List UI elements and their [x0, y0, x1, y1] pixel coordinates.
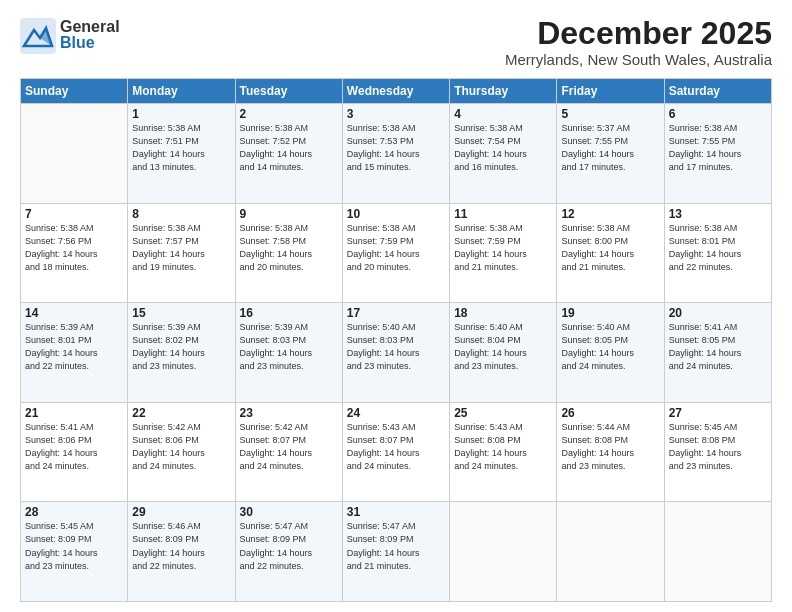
day-info: Sunrise: 5:41 AM Sunset: 8:05 PM Dayligh… — [669, 321, 767, 373]
day-number: 29 — [132, 505, 230, 519]
day-info: Sunrise: 5:38 AM Sunset: 7:59 PM Dayligh… — [454, 222, 552, 274]
day-info: Sunrise: 5:46 AM Sunset: 8:09 PM Dayligh… — [132, 520, 230, 572]
day-cell: 5Sunrise: 5:37 AM Sunset: 7:55 PM Daylig… — [557, 104, 664, 204]
day-number: 19 — [561, 306, 659, 320]
col-header-tuesday: Tuesday — [235, 79, 342, 104]
col-header-friday: Friday — [557, 79, 664, 104]
day-info: Sunrise: 5:43 AM Sunset: 8:07 PM Dayligh… — [347, 421, 445, 473]
day-info: Sunrise: 5:39 AM Sunset: 8:03 PM Dayligh… — [240, 321, 338, 373]
day-info: Sunrise: 5:37 AM Sunset: 7:55 PM Dayligh… — [561, 122, 659, 174]
day-number: 30 — [240, 505, 338, 519]
day-cell: 19Sunrise: 5:40 AM Sunset: 8:05 PM Dayli… — [557, 303, 664, 403]
day-number: 11 — [454, 207, 552, 221]
day-cell: 20Sunrise: 5:41 AM Sunset: 8:05 PM Dayli… — [664, 303, 771, 403]
day-info: Sunrise: 5:38 AM Sunset: 7:56 PM Dayligh… — [25, 222, 123, 274]
day-cell: 15Sunrise: 5:39 AM Sunset: 8:02 PM Dayli… — [128, 303, 235, 403]
page: General Blue December 2025 Merrylands, N… — [0, 0, 792, 612]
day-cell: 18Sunrise: 5:40 AM Sunset: 8:04 PM Dayli… — [450, 303, 557, 403]
day-cell: 4Sunrise: 5:38 AM Sunset: 7:54 PM Daylig… — [450, 104, 557, 204]
day-number: 3 — [347, 107, 445, 121]
day-number: 7 — [25, 207, 123, 221]
day-cell: 3Sunrise: 5:38 AM Sunset: 7:53 PM Daylig… — [342, 104, 449, 204]
week-row-3: 14Sunrise: 5:39 AM Sunset: 8:01 PM Dayli… — [21, 303, 772, 403]
day-number: 24 — [347, 406, 445, 420]
day-number: 18 — [454, 306, 552, 320]
week-row-5: 28Sunrise: 5:45 AM Sunset: 8:09 PM Dayli… — [21, 502, 772, 602]
day-number: 25 — [454, 406, 552, 420]
day-number: 31 — [347, 505, 445, 519]
day-cell: 9Sunrise: 5:38 AM Sunset: 7:58 PM Daylig… — [235, 203, 342, 303]
day-cell — [664, 502, 771, 602]
day-info: Sunrise: 5:43 AM Sunset: 8:08 PM Dayligh… — [454, 421, 552, 473]
logo-icon — [20, 18, 56, 54]
day-number: 28 — [25, 505, 123, 519]
day-number: 9 — [240, 207, 338, 221]
day-number: 1 — [132, 107, 230, 121]
day-info: Sunrise: 5:42 AM Sunset: 8:07 PM Dayligh… — [240, 421, 338, 473]
day-cell: 16Sunrise: 5:39 AM Sunset: 8:03 PM Dayli… — [235, 303, 342, 403]
day-info: Sunrise: 5:40 AM Sunset: 8:03 PM Dayligh… — [347, 321, 445, 373]
day-cell — [21, 104, 128, 204]
day-info: Sunrise: 5:45 AM Sunset: 8:08 PM Dayligh… — [669, 421, 767, 473]
day-info: Sunrise: 5:38 AM Sunset: 7:58 PM Dayligh… — [240, 222, 338, 274]
month-title: December 2025 — [505, 16, 772, 51]
day-number: 20 — [669, 306, 767, 320]
col-header-saturday: Saturday — [664, 79, 771, 104]
day-number: 27 — [669, 406, 767, 420]
day-cell: 13Sunrise: 5:38 AM Sunset: 8:01 PM Dayli… — [664, 203, 771, 303]
day-cell: 11Sunrise: 5:38 AM Sunset: 7:59 PM Dayli… — [450, 203, 557, 303]
day-cell: 2Sunrise: 5:38 AM Sunset: 7:52 PM Daylig… — [235, 104, 342, 204]
day-info: Sunrise: 5:40 AM Sunset: 8:04 PM Dayligh… — [454, 321, 552, 373]
col-header-wednesday: Wednesday — [342, 79, 449, 104]
day-info: Sunrise: 5:38 AM Sunset: 8:01 PM Dayligh… — [669, 222, 767, 274]
day-number: 17 — [347, 306, 445, 320]
day-cell: 23Sunrise: 5:42 AM Sunset: 8:07 PM Dayli… — [235, 402, 342, 502]
day-info: Sunrise: 5:39 AM Sunset: 8:02 PM Dayligh… — [132, 321, 230, 373]
day-number: 16 — [240, 306, 338, 320]
day-cell — [557, 502, 664, 602]
day-number: 13 — [669, 207, 767, 221]
logo-blue-text: Blue — [60, 35, 120, 51]
day-cell: 8Sunrise: 5:38 AM Sunset: 7:57 PM Daylig… — [128, 203, 235, 303]
day-info: Sunrise: 5:41 AM Sunset: 8:06 PM Dayligh… — [25, 421, 123, 473]
day-number: 4 — [454, 107, 552, 121]
week-row-2: 7Sunrise: 5:38 AM Sunset: 7:56 PM Daylig… — [21, 203, 772, 303]
day-info: Sunrise: 5:44 AM Sunset: 8:08 PM Dayligh… — [561, 421, 659, 473]
day-info: Sunrise: 5:45 AM Sunset: 8:09 PM Dayligh… — [25, 520, 123, 572]
day-info: Sunrise: 5:38 AM Sunset: 7:59 PM Dayligh… — [347, 222, 445, 274]
day-cell: 10Sunrise: 5:38 AM Sunset: 7:59 PM Dayli… — [342, 203, 449, 303]
day-number: 15 — [132, 306, 230, 320]
day-number: 21 — [25, 406, 123, 420]
logo-label: General Blue — [60, 19, 120, 51]
location-title: Merrylands, New South Wales, Australia — [505, 51, 772, 68]
day-info: Sunrise: 5:38 AM Sunset: 7:54 PM Dayligh… — [454, 122, 552, 174]
day-info: Sunrise: 5:42 AM Sunset: 8:06 PM Dayligh… — [132, 421, 230, 473]
day-info: Sunrise: 5:39 AM Sunset: 8:01 PM Dayligh… — [25, 321, 123, 373]
day-number: 14 — [25, 306, 123, 320]
week-row-4: 21Sunrise: 5:41 AM Sunset: 8:06 PM Dayli… — [21, 402, 772, 502]
day-info: Sunrise: 5:47 AM Sunset: 8:09 PM Dayligh… — [240, 520, 338, 572]
day-cell: 26Sunrise: 5:44 AM Sunset: 8:08 PM Dayli… — [557, 402, 664, 502]
day-number: 26 — [561, 406, 659, 420]
day-number: 22 — [132, 406, 230, 420]
day-info: Sunrise: 5:38 AM Sunset: 7:52 PM Dayligh… — [240, 122, 338, 174]
day-cell: 27Sunrise: 5:45 AM Sunset: 8:08 PM Dayli… — [664, 402, 771, 502]
day-cell: 14Sunrise: 5:39 AM Sunset: 8:01 PM Dayli… — [21, 303, 128, 403]
day-info: Sunrise: 5:38 AM Sunset: 8:00 PM Dayligh… — [561, 222, 659, 274]
day-cell: 1Sunrise: 5:38 AM Sunset: 7:51 PM Daylig… — [128, 104, 235, 204]
day-info: Sunrise: 5:38 AM Sunset: 7:51 PM Dayligh… — [132, 122, 230, 174]
day-cell: 24Sunrise: 5:43 AM Sunset: 8:07 PM Dayli… — [342, 402, 449, 502]
calendar-header-row: SundayMondayTuesdayWednesdayThursdayFrid… — [21, 79, 772, 104]
col-header-thursday: Thursday — [450, 79, 557, 104]
day-cell: 28Sunrise: 5:45 AM Sunset: 8:09 PM Dayli… — [21, 502, 128, 602]
day-cell: 12Sunrise: 5:38 AM Sunset: 8:00 PM Dayli… — [557, 203, 664, 303]
day-cell: 25Sunrise: 5:43 AM Sunset: 8:08 PM Dayli… — [450, 402, 557, 502]
day-info: Sunrise: 5:38 AM Sunset: 7:53 PM Dayligh… — [347, 122, 445, 174]
day-info: Sunrise: 5:47 AM Sunset: 8:09 PM Dayligh… — [347, 520, 445, 572]
day-cell: 6Sunrise: 5:38 AM Sunset: 7:55 PM Daylig… — [664, 104, 771, 204]
day-cell — [450, 502, 557, 602]
day-number: 6 — [669, 107, 767, 121]
day-cell: 30Sunrise: 5:47 AM Sunset: 8:09 PM Dayli… — [235, 502, 342, 602]
day-number: 23 — [240, 406, 338, 420]
calendar: SundayMondayTuesdayWednesdayThursdayFrid… — [20, 78, 772, 602]
